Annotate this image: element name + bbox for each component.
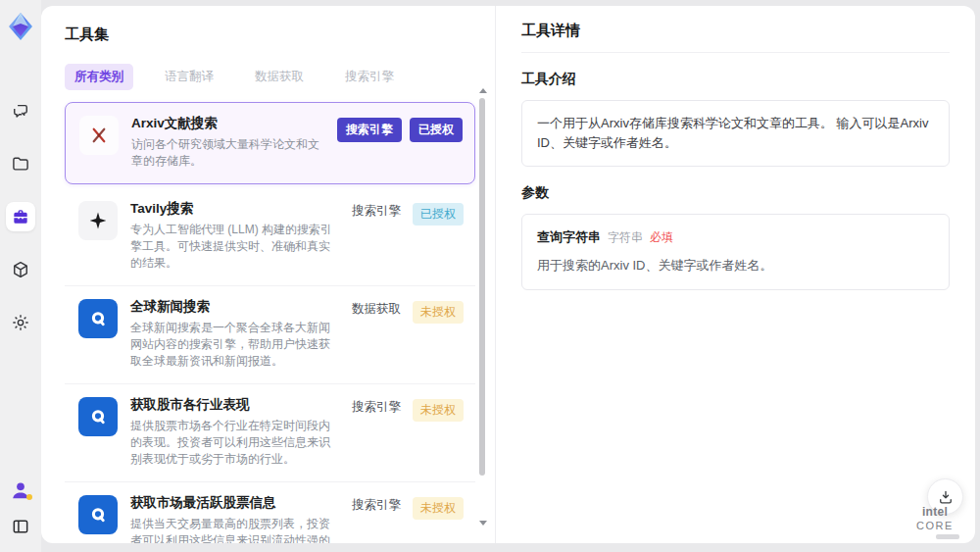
detail-title: 工具详情 xyxy=(521,22,950,40)
stock-icon xyxy=(78,495,118,534)
tool-description: 访问各个研究领域大量科学论文和文章的存储库。 xyxy=(131,136,324,171)
category-tabs: 所有类别 语言翻译 数据获取 搜索引擎 xyxy=(65,64,475,90)
stock-icon xyxy=(78,397,118,436)
tavily-star-icon xyxy=(78,201,118,240)
scrollbar-thumb[interactable] xyxy=(479,98,485,476)
folder-icon[interactable] xyxy=(6,149,35,178)
globalnews-icon xyxy=(78,299,118,338)
status-badge: 已授权 xyxy=(413,203,464,226)
tab-data-fetch[interactable]: 数据获取 xyxy=(245,64,314,90)
sidebar-bottom xyxy=(9,479,32,538)
tool-card-sector-performance[interactable]: 获取股市各行业表现 提供股票市场各个行业在特定时间段内的表现。投资者可以利用这些… xyxy=(65,384,475,482)
main-surface: 工具集 所有类别 语言翻译 数据获取 搜索引擎 Arxiv文献搜索 访问各个研究… xyxy=(41,6,975,543)
status-badge[interactable]: 已授权 xyxy=(410,118,463,142)
intro-box: 一个用于从Arxiv存储库搜索科学论文和文章的工具。 输入可以是Arxiv ID… xyxy=(521,100,950,167)
detail-header: 工具详情 xyxy=(521,6,950,53)
tool-description: 专为人工智能代理 (LLM) 构建的搜索引擎工具。可快速提供实时、准确和真实的结… xyxy=(130,222,339,273)
list-scrollbar[interactable] xyxy=(478,90,486,526)
tab-search-engine[interactable]: 搜索引擎 xyxy=(335,64,404,90)
app-sidebar xyxy=(0,0,41,552)
chat-icon[interactable] xyxy=(6,96,35,125)
avatar-icon[interactable] xyxy=(10,479,31,501)
tool-name: 获取市场最活跃股票信息 xyxy=(130,495,339,512)
params-heading: 参数 xyxy=(521,184,950,202)
tool-name: Tavily搜索 xyxy=(130,201,339,218)
tool-card-tavily[interactable]: Tavily搜索 专为人工智能代理 (LLM) 构建的搜索引擎工具。可快速提供实… xyxy=(65,188,475,286)
scroll-down-arrow-icon[interactable] xyxy=(479,521,487,526)
tool-name: 全球新闻搜索 xyxy=(130,299,339,316)
core-wordmark: CORE xyxy=(916,520,954,531)
tool-list-pane: 工具集 所有类别 语言翻译 数据获取 搜索引擎 Arxiv文献搜索 访问各个研究… xyxy=(41,6,495,543)
tool-detail-pane: 工具详情 工具介绍 一个用于从Arxiv存储库搜索科学论文和文章的工具。 输入可… xyxy=(495,6,975,543)
intel-logo-subtext xyxy=(936,534,959,539)
cube-icon[interactable] xyxy=(6,255,35,284)
category-label: 搜索引擎 xyxy=(352,399,401,416)
download-icon xyxy=(937,488,955,506)
param-required-flag: 必填 xyxy=(650,228,673,247)
toolbox-icon[interactable] xyxy=(6,202,35,231)
tool-description: 提供当天交易量最高的股票列表，投资者可以利用这些信息来识别流动性强的股票和潜在的… xyxy=(130,516,339,543)
category-label: 数据获取 xyxy=(352,301,401,318)
sidebar-nav xyxy=(6,96,35,337)
tool-card-global-news[interactable]: 全球新闻搜索 全球新闻搜索是一个聚合全球各大新闻网站内容的搜索引擎，帮助用户快速… xyxy=(65,286,475,384)
panel-toggle-icon[interactable] xyxy=(9,515,32,538)
tool-cards: Arxiv文献搜索 访问各个研究领域大量科学论文和文章的存储库。 搜索引擎 已授… xyxy=(65,102,475,543)
status-badge: 未授权 xyxy=(413,301,464,324)
tab-all-categories[interactable]: 所有类别 xyxy=(65,64,133,90)
intro-heading: 工具介绍 xyxy=(521,71,950,88)
tool-description: 提供股票市场各个行业在特定时间段内的表现。投资者可以利用这些信息来识别表现优于或… xyxy=(130,418,339,469)
settings-icon[interactable] xyxy=(6,308,35,337)
scroll-up-arrow-icon[interactable] xyxy=(479,88,487,93)
category-label: 搜索引擎 xyxy=(352,497,401,514)
tool-card-active-stocks[interactable]: 获取市场最活跃股票信息 提供当天交易量最高的股票列表，投资者可以利用这些信息来识… xyxy=(65,482,475,543)
param-type: 字符串 xyxy=(608,228,643,247)
avatar-status-dot xyxy=(26,494,32,500)
param-description: 用于搜索的Arxiv ID、关键字或作者姓名。 xyxy=(537,256,934,276)
tool-name: Arxiv文献搜索 xyxy=(131,116,324,132)
param-name: 查询字符串 xyxy=(537,227,601,247)
diamond-logo-icon xyxy=(6,12,35,41)
param-box: 查询字符串 字符串 必填 用于搜索的Arxiv ID、关键字或作者姓名。 xyxy=(521,214,950,289)
intel-core-logo: intel CORE xyxy=(903,505,967,539)
page-title: 工具集 xyxy=(65,25,475,44)
status-badge: 未授权 xyxy=(413,497,464,520)
tool-card-arxiv[interactable]: Arxiv文献搜索 访问各个研究领域大量科学论文和文章的存储库。 搜索引擎 已授… xyxy=(65,102,475,184)
tool-description: 全球新闻搜索是一个聚合全球各大新闻网站内容的搜索引擎，帮助用户快速获取全球最新资… xyxy=(130,320,339,371)
arxiv-icon xyxy=(79,116,119,155)
intel-wordmark: intel xyxy=(922,505,948,519)
category-label: 搜索引擎 xyxy=(352,203,401,220)
status-badge: 未授权 xyxy=(413,399,464,422)
category-badge[interactable]: 搜索引擎 xyxy=(337,118,402,142)
tab-language-translation[interactable]: 语言翻译 xyxy=(155,64,223,90)
tool-name: 获取股市各行业表现 xyxy=(130,397,339,414)
